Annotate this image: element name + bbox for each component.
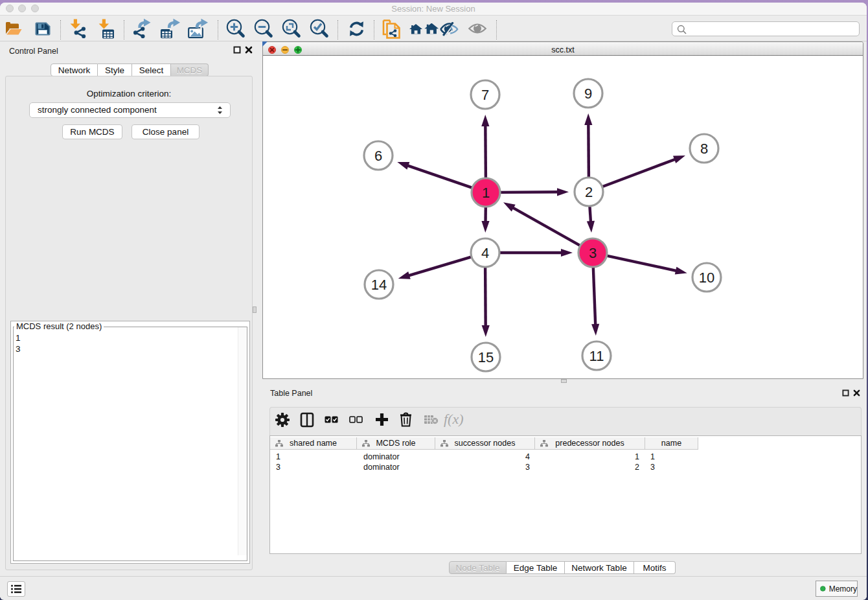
- svg-text:10: 10: [699, 270, 714, 286]
- svg-text:11: 11: [589, 348, 604, 364]
- svg-text:7: 7: [481, 87, 489, 103]
- svg-text:3: 3: [589, 245, 597, 261]
- svg-text:1: 1: [482, 185, 490, 201]
- svg-text:14: 14: [371, 277, 387, 293]
- svg-text:6: 6: [374, 148, 382, 164]
- svg-text:15: 15: [478, 349, 494, 365]
- svg-text:9: 9: [584, 86, 592, 102]
- svg-text:2: 2: [585, 184, 593, 200]
- svg-text:8: 8: [700, 141, 708, 157]
- svg-text:4: 4: [481, 245, 489, 261]
